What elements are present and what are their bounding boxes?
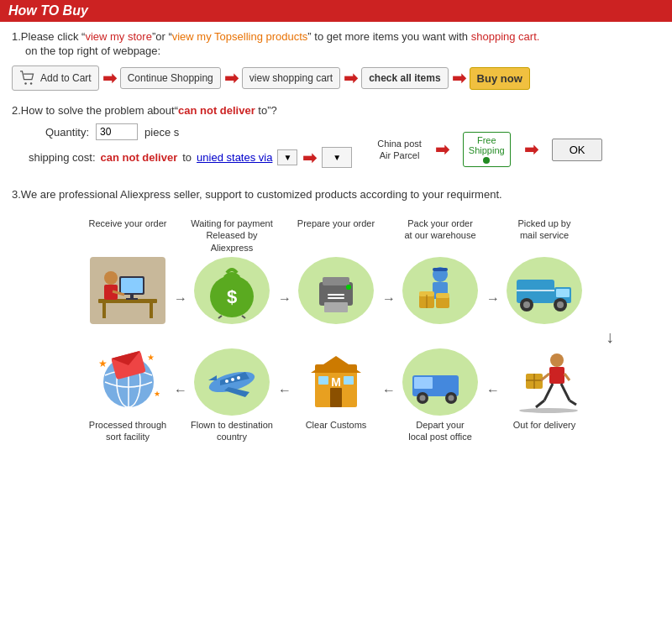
- proc-icon-4: [394, 257, 486, 324]
- proc-down-arrow: ↓: [20, 327, 652, 347]
- delivery-person-icon: [511, 350, 578, 413]
- process-flow: Receive your order Waiting for paymentRe…: [12, 217, 660, 442]
- svg-line-14: [218, 316, 222, 318]
- proc-arrow-r4: ←: [174, 366, 186, 398]
- svg-rect-30: [517, 280, 554, 303]
- svg-point-69: [225, 380, 228, 383]
- line1-post: ” to get more items you want with: [307, 30, 468, 43]
- svg-point-38: [550, 353, 564, 367]
- proc-arrow-r2: ←: [382, 366, 394, 398]
- proc-label-4: Pack your orderat our warehouse: [394, 217, 486, 254]
- flow-view-cart[interactable]: view shopping cart: [242, 67, 340, 89]
- svg-text:★: ★: [147, 353, 155, 362]
- proc-arrow-r3: ←: [278, 366, 290, 398]
- airplane-icon: [203, 357, 260, 407]
- svg-point-68: [237, 376, 240, 380]
- section1-line1: 1.Please click “view my store”or “view m…: [12, 30, 660, 43]
- proc-label-1: Receive your order: [81, 217, 174, 254]
- proc-label-customs: Clear Customs: [290, 419, 382, 443]
- arrow-to-free: ➡: [435, 139, 449, 160]
- proc-icon-1: [81, 257, 174, 324]
- quantity-label: Quantity:: [45, 126, 89, 139]
- truck-icon: [515, 267, 574, 313]
- shipping-label: Shipping: [469, 145, 505, 155]
- proc-arrow-1: →: [174, 275, 186, 306]
- shipping-mid: to: [182, 151, 192, 164]
- section3-text: 3.We are professional Aliexpress seller,…: [12, 188, 660, 201]
- proc-icon-airplane: [186, 348, 278, 416]
- proc-icon-sort: ★ ★ ★: [81, 348, 174, 416]
- svg-rect-32: [556, 289, 570, 297]
- section-3: 3.We are professional Aliexpress seller,…: [12, 188, 660, 201]
- proc-icon-out-delivery: [498, 348, 591, 416]
- proc-label-2: Waiting for paymentReleased by Aliexpres…: [186, 217, 278, 254]
- proc-label-out-delivery: Out for delivery: [498, 419, 591, 443]
- ok-button[interactable]: OK: [552, 139, 603, 161]
- svg-line-44: [564, 374, 570, 380]
- buy-now-label: Buy now: [477, 72, 522, 85]
- svg-rect-28: [436, 293, 449, 298]
- quantity-row: Quantity: piece s: [45, 123, 352, 140]
- proc-arrow-2: →: [278, 275, 290, 306]
- view-topselling-link[interactable]: view my Topselling products: [172, 30, 308, 43]
- proc-icon-2: $: [186, 257, 278, 324]
- dropdown-caret: ▼: [283, 153, 291, 162]
- free-shipping-circle: [483, 157, 490, 164]
- shipping-method-dropdown[interactable]: ▼: [322, 147, 352, 168]
- svg-line-46: [561, 384, 570, 400]
- svg-line-15: [242, 316, 245, 318]
- svg-rect-3: [102, 303, 106, 318]
- header-title: How TO Buy: [8, 3, 88, 18]
- add-to-cart-label: Add to Cart: [40, 72, 92, 84]
- svg-rect-59: [330, 388, 342, 407]
- section2-title-post: to”?: [255, 104, 277, 117]
- quantity-input[interactable]: [96, 123, 138, 140]
- arrow-1: ➡: [102, 68, 117, 88]
- flow-continue-shopping[interactable]: Continue Shopping: [120, 67, 221, 89]
- quantity-unit: piece s: [144, 126, 179, 139]
- svg-text:★: ★: [154, 390, 160, 398]
- van-icon: [411, 359, 470, 405]
- purchase-flow: Add to Cart ➡ Continue Shopping ➡ view s…: [12, 65, 660, 91]
- section-2: 2.How to solve the problem about“can not…: [12, 104, 660, 175]
- money-bag-icon: $: [205, 261, 260, 320]
- svg-rect-20: [328, 297, 344, 299]
- proc-label-airplane: Flown to destinationcountry: [186, 419, 278, 443]
- china-post-line2: Air Parcel: [377, 149, 422, 161]
- section2-title: 2.How to solve the problem about“can not…: [12, 104, 660, 117]
- flow-check-items[interactable]: check all items: [361, 67, 448, 89]
- svg-marker-66: [208, 375, 217, 380]
- proc-label-3: Prepare your order: [290, 217, 382, 254]
- svg-text:M: M: [331, 375, 341, 389]
- free-label: Free: [477, 135, 496, 145]
- shopping-cart-link[interactable]: shopping cart.: [471, 30, 540, 43]
- printer-icon: [311, 265, 361, 316]
- svg-point-36: [557, 301, 564, 308]
- flow-add-to-cart[interactable]: Add to Cart: [12, 65, 99, 91]
- arrow-4: ➡: [452, 68, 466, 88]
- svg-line-47: [536, 400, 544, 407]
- view-store-link[interactable]: view my store: [85, 30, 151, 43]
- arrow-to-ok: ➡: [524, 139, 538, 160]
- check-items-label: check all items: [369, 72, 440, 84]
- shipping-row: shipping cost: can not deliver to unied …: [29, 147, 352, 168]
- arrow-3: ➡: [344, 68, 358, 88]
- person-desk-icon: [94, 261, 161, 320]
- svg-rect-6: [121, 278, 143, 293]
- svg-point-55: [449, 395, 454, 401]
- shipping-pre: shipping cost:: [29, 151, 96, 164]
- proc-label-5: Picked up bymail service: [498, 217, 591, 254]
- proc-icon-5: [498, 257, 591, 324]
- svg-point-53: [420, 395, 426, 401]
- shipping-location-link[interactable]: unied states via: [197, 151, 272, 164]
- svg-rect-8: [126, 298, 138, 300]
- proc-arrow-r1: ←: [486, 366, 498, 398]
- svg-rect-23: [433, 268, 448, 271]
- arrow-2: ➡: [224, 68, 239, 88]
- svg-rect-17: [323, 277, 349, 285]
- flow-buy-now[interactable]: Buy now: [470, 67, 530, 90]
- location-dropdown[interactable]: ▼: [277, 149, 297, 165]
- svg-rect-18: [324, 302, 348, 312]
- svg-point-1: [30, 82, 32, 84]
- cant-deliver-title: can not deliver: [178, 104, 255, 117]
